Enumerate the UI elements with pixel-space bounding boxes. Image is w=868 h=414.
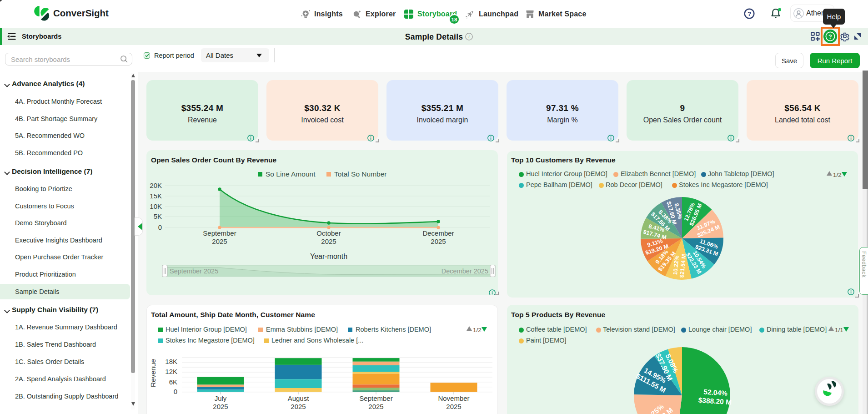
svg-text:2025: 2025 — [212, 237, 227, 245]
svg-text:12K: 12K — [165, 368, 177, 375]
svg-text:2025: 2025 — [446, 403, 461, 410]
svg-text:2025: 2025 — [368, 403, 383, 410]
svg-text:i: i — [468, 34, 470, 39]
svg-text:?: ? — [828, 33, 832, 40]
svg-text:52.04%: 52.04% — [703, 388, 728, 397]
svg-text:November: November — [438, 394, 469, 402]
svg-text:September 2025: September 2025 — [170, 268, 218, 275]
svg-text:July: July — [215, 394, 227, 402]
svg-text:Revenue: Revenue — [149, 359, 157, 387]
svg-text:20K: 20K — [150, 182, 162, 189]
svg-text:18K: 18K — [165, 358, 177, 365]
svg-text:Year-month: Year-month — [310, 252, 347, 260]
svg-text:August: August — [288, 394, 310, 402]
svg-text:2025: 2025 — [431, 237, 446, 245]
svg-text:0: 0 — [174, 388, 177, 395]
svg-text:October: October — [316, 229, 341, 237]
svg-text:?: ? — [748, 10, 751, 17]
svg-text:5K: 5K — [154, 212, 162, 220]
svg-text:10K: 10K — [150, 202, 162, 210]
svg-text:December 2025: December 2025 — [442, 268, 488, 275]
svg-text:6K: 6K — [169, 378, 177, 386]
svg-text:September: September — [203, 229, 236, 237]
svg-text:2025: 2025 — [321, 237, 336, 245]
svg-text:September: September — [359, 394, 392, 402]
svg-text:0: 0 — [158, 223, 162, 231]
svg-text:2025: 2025 — [291, 403, 306, 410]
svg-text:December: December — [422, 229, 454, 237]
svg-text:15K: 15K — [150, 192, 162, 200]
svg-text:2025: 2025 — [213, 403, 228, 410]
